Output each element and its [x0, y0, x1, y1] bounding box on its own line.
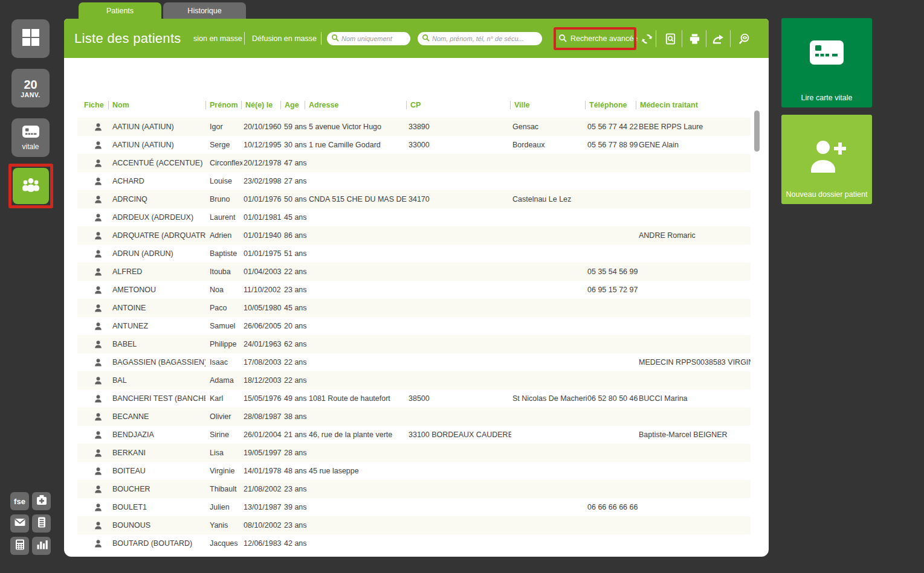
- table-row[interactable]: ADRCINQBruno01/01/197650 ansCNDA 515 CHE…: [77, 190, 751, 208]
- table-row[interactable]: BALAdama18/12/200322 ans: [77, 371, 751, 389]
- table-row[interactable]: ANTOINEPaco10/05/198045 ans: [77, 299, 751, 317]
- table-row[interactable]: BERKANILisa19/05/199728 ans: [77, 444, 751, 462]
- table-row[interactable]: AMETONOUNoa11/10/200223 ans06 95 15 72 9…: [77, 281, 751, 299]
- mass-merge-button[interactable]: sion en masse: [193, 19, 242, 58]
- cell-adresse: [309, 534, 407, 552]
- read-vitale-card-button[interactable]: Lire carte vitale: [781, 18, 872, 107]
- cell-cp: [409, 281, 511, 299]
- column-header-medecin[interactable]: Médecin traitant: [640, 98, 698, 112]
- cell-medecin: BEBE RPPS Laure: [639, 118, 751, 136]
- divider: [321, 32, 321, 45]
- cell-ne_le: 21/08/2002: [244, 480, 283, 498]
- export-icon[interactable]: [711, 31, 726, 46]
- column-header-tel[interactable]: Téléphone: [589, 98, 627, 112]
- table-row[interactable]: ADRUN (ADRUN)Baptiste01/01/197551 ans: [77, 245, 751, 263]
- cell-cp: [409, 299, 511, 317]
- table-row[interactable]: BANCHERI TEST (BANCHERI)Karl15/05/197649…: [77, 389, 751, 408]
- table-row[interactable]: ADRDEUX (ADRDEUX)Laurent01/01/198145 ans: [77, 208, 751, 226]
- cell-cp: [409, 444, 511, 462]
- calculator-button[interactable]: [10, 537, 29, 555]
- cell-age: 50 ans: [284, 190, 308, 208]
- column-header-prenom[interactable]: Prénom: [210, 98, 238, 112]
- patients-table: Fiche Nom Prénom Né(e) le Age Adresse CP…: [77, 98, 751, 112]
- refresh-icon[interactable]: [639, 31, 654, 46]
- cell-tel: [587, 208, 639, 226]
- new-patient-button[interactable]: Nouveau dossier patient: [781, 115, 872, 204]
- mail-button[interactable]: [10, 514, 29, 533]
- cell-adresse: CNDA 515 CHE DU MAS DE RC: [309, 190, 407, 208]
- patient-icon: [87, 208, 109, 226]
- tab-historique[interactable]: Historique: [163, 2, 246, 19]
- cell-nom: ANTOINE: [112, 299, 205, 317]
- cell-prenom: Sirine: [210, 426, 242, 444]
- column-header-nele[interactable]: Né(e) le: [245, 98, 273, 112]
- magnifier-eye-icon[interactable]: [737, 31, 751, 46]
- cell-prenom: Noa: [210, 281, 242, 299]
- scrollbar-thumb[interactable]: [754, 110, 760, 152]
- calendar-month: JANV.: [21, 91, 40, 98]
- patient-icon: [87, 444, 109, 462]
- table-row[interactable]: ALFREDItouba01/04/200322 ans05 35 54 56 …: [77, 263, 751, 281]
- table-row[interactable]: BENDJAZIASirine26/01/200421 ans46, rue d…: [77, 426, 751, 444]
- tab-patients[interactable]: Patients: [79, 2, 161, 19]
- search-multi-input[interactable]: [430, 35, 542, 42]
- column-header-cp[interactable]: CP: [410, 98, 421, 112]
- table-row[interactable]: ACCENTUÉ (ACCENTUE)Circonflexe20/12/1978…: [77, 154, 751, 172]
- table-row[interactable]: BOUTARD (BOUTARD)Jacques12/06/198342 ans: [77, 534, 751, 552]
- sidebar-item-patients[interactable]: [13, 168, 49, 204]
- patient-icon: [87, 462, 109, 480]
- cell-tel: [587, 226, 639, 245]
- cell-medecin: [639, 281, 751, 299]
- cell-ne_le: 17/08/2003: [244, 353, 283, 371]
- table-row[interactable]: AATIUN (AATIUN)Igor20/10/196059 ans5 ave…: [77, 118, 751, 136]
- cell-cp: [409, 172, 511, 190]
- cell-medecin: [639, 154, 751, 172]
- table-row[interactable]: BOUCHERThibault21/08/200223 ans: [77, 480, 751, 498]
- column-header-adresse[interactable]: Adresse: [309, 98, 338, 112]
- cell-nom: AMETONOU: [112, 281, 205, 299]
- preview-icon[interactable]: [663, 31, 677, 46]
- table-row[interactable]: ADRQUATRE (ADRQUATRE)Adrien01/01/194086 …: [77, 226, 751, 245]
- table-row[interactable]: BABELPhilippe24/01/196362 ans: [77, 335, 751, 353]
- cell-age: 86 ans: [284, 226, 308, 245]
- mass-unmerge-button[interactable]: Défusion en masse: [252, 19, 317, 58]
- patient-icon: [87, 426, 109, 444]
- cell-medecin: [639, 208, 751, 226]
- advanced-search-button[interactable]: Recherche avancée: [558, 32, 638, 45]
- table-row[interactable]: AATIUN (AATIUN)Serge10/12/199530 ans1 ru…: [77, 136, 751, 154]
- print-icon[interactable]: [687, 31, 702, 46]
- column-header-age[interactable]: Age: [285, 98, 299, 112]
- cell-ville: [512, 263, 587, 281]
- pharmacy-button[interactable]: [32, 492, 51, 510]
- document-button[interactable]: [32, 514, 51, 533]
- table-row[interactable]: BOUNOUSYanis08/10/200223 ans: [77, 516, 751, 534]
- fse-button[interactable]: fse: [10, 492, 29, 510]
- sidebar-item-agenda[interactable]: 20 JANV.: [11, 69, 50, 107]
- patient-icon: [87, 371, 109, 389]
- column-header-ville[interactable]: Ville: [514, 98, 529, 112]
- table-row[interactable]: BECANNEOlivier28/08/198738 ans: [77, 408, 751, 426]
- sidebar-item-vitale[interactable]: vitale: [11, 118, 50, 157]
- stats-button[interactable]: [32, 537, 51, 555]
- column-header-nom[interactable]: Nom: [112, 98, 129, 112]
- table-row[interactable]: BOULET1Julien13/01/198739 ans06 66 66 66…: [77, 498, 751, 516]
- cell-medecin: [639, 263, 751, 281]
- cell-prenom: Julien: [210, 498, 242, 516]
- table-row[interactable]: ANTUNEZSamuel26/06/200520 ans: [77, 317, 751, 335]
- table-row[interactable]: BAGASSIEN (BAGASSIEN)Isaac17/08/200322 a…: [77, 353, 751, 371]
- table-row[interactable]: ACHARDLouise23/02/199827 ans: [77, 172, 751, 190]
- cell-age: 27 ans: [284, 172, 308, 190]
- cell-tel: [587, 154, 639, 172]
- search-name-input[interactable]: [339, 35, 410, 42]
- sidebar-item-apps[interactable]: [11, 19, 50, 58]
- search-icon: [331, 33, 339, 44]
- cell-cp: [409, 498, 511, 516]
- fse-label: fse: [14, 497, 25, 506]
- cell-age: 45 ans: [284, 208, 308, 226]
- cell-prenom: Bruno: [210, 190, 242, 208]
- column-header-fiche[interactable]: Fiche: [84, 98, 104, 112]
- cell-ne_le: 20/12/1978: [244, 154, 283, 172]
- table-row[interactable]: BOITEAUVirginie14/01/197848 ans45 rue la…: [77, 462, 751, 480]
- cell-ville: [512, 172, 587, 190]
- cell-adresse: 5 avenue Victor Hugo: [309, 118, 407, 136]
